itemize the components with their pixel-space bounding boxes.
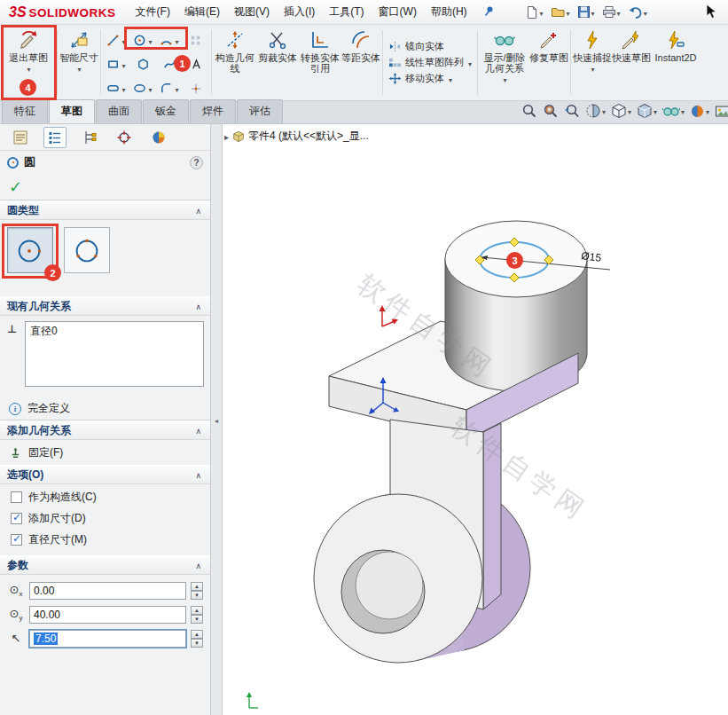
tab-surfaces[interactable]: 曲面 bbox=[96, 99, 142, 123]
y-spinner[interactable] bbox=[191, 606, 203, 624]
point-tool-button[interactable] bbox=[183, 76, 209, 100]
menu-window[interactable]: 窗口(W) bbox=[372, 0, 424, 24]
mirror-entities-button[interactable]: 镜向实体 bbox=[388, 40, 472, 53]
existing-relations-section-header[interactable]: 现有几何关系 bbox=[0, 296, 210, 316]
rapid-sketch-button[interactable]: 快速草图 bbox=[612, 26, 651, 63]
diameter-dimension-option[interactable]: 直径尺寸(M) bbox=[0, 529, 210, 550]
relations-caret[interactable] bbox=[503, 74, 507, 86]
construction-line-option[interactable]: 作为构造线(C) bbox=[0, 486, 210, 507]
menu-edit[interactable]: 编辑(E) bbox=[177, 0, 227, 24]
menu-tools[interactable]: 工具(T) bbox=[322, 0, 371, 24]
option-checkbox-2[interactable] bbox=[11, 534, 22, 546]
open-document-button[interactable] bbox=[549, 4, 572, 20]
display-style-button[interactable] bbox=[637, 103, 657, 119]
polygon-tool-button[interactable] bbox=[129, 52, 156, 76]
smart-dimension-caret[interactable] bbox=[76, 63, 81, 75]
tree-expand-icon[interactable] bbox=[224, 130, 229, 143]
help-icon[interactable] bbox=[190, 156, 203, 169]
convert-entities-button[interactable]: 转换实体引用 bbox=[299, 26, 341, 74]
edit-appearance-button[interactable] bbox=[690, 104, 709, 119]
arc-flyout-caret[interactable] bbox=[174, 35, 178, 47]
smart-dimension-button[interactable]: 智能尺寸 bbox=[59, 26, 98, 75]
tab-evaluate[interactable]: 评估 bbox=[237, 99, 283, 123]
ellipse-tool-button[interactable] bbox=[129, 76, 156, 100]
graphics-viewport[interactable]: 软件自学网 软件自学网 bbox=[223, 124, 728, 715]
section-view-button[interactable] bbox=[585, 103, 606, 119]
ellipse-flyout-caret[interactable] bbox=[147, 82, 152, 95]
y-coordinate-input[interactable] bbox=[29, 606, 186, 624]
tab-weldments[interactable]: 焊件 bbox=[190, 99, 236, 123]
exit-sketch-caret[interactable] bbox=[26, 63, 30, 75]
option-checkbox-1[interactable] bbox=[11, 513, 22, 524]
feature-tree-item[interactable]: 零件4 (默认<<默认>_显... bbox=[224, 129, 369, 144]
add-relations-section-header[interactable]: 添加几何关系 bbox=[0, 420, 210, 440]
display-manager-tab[interactable] bbox=[147, 127, 170, 148]
circle-type-perimeter-button[interactable] bbox=[64, 227, 110, 273]
new-caret[interactable] bbox=[539, 6, 544, 19]
tab-sketch[interactable]: 草图 bbox=[49, 99, 95, 123]
ok-button[interactable] bbox=[9, 177, 22, 197]
model-canvas[interactable]: 软件自学网 软件自学网 bbox=[223, 124, 728, 715]
radius-spinner[interactable] bbox=[191, 630, 203, 648]
construction-geometry-button[interactable]: 构造几何线 bbox=[214, 26, 256, 74]
quick-snaps-caret[interactable] bbox=[591, 63, 595, 75]
quick-snaps-button[interactable]: 快速捕捉 bbox=[573, 26, 612, 75]
save-caret[interactable] bbox=[591, 6, 595, 19]
instant2d-button[interactable]: Instant2D bbox=[651, 26, 701, 63]
tab-sheet-metal[interactable]: 钣金 bbox=[143, 99, 189, 123]
repair-sketch-button[interactable]: 修复草图 bbox=[529, 26, 568, 63]
hide-show-caret[interactable] bbox=[680, 105, 685, 117]
configuration-manager-tab[interactable] bbox=[78, 127, 101, 148]
section-view-caret[interactable] bbox=[601, 105, 606, 117]
linear-pattern-caret[interactable] bbox=[467, 58, 472, 68]
save-button[interactable] bbox=[575, 4, 597, 20]
pin-menu-icon[interactable] bbox=[483, 5, 495, 20]
open-caret[interactable] bbox=[566, 6, 570, 19]
view-orientation-button[interactable] bbox=[611, 103, 631, 119]
slot-tool-button[interactable] bbox=[103, 76, 129, 100]
fillet-tool-button[interactable] bbox=[156, 76, 183, 100]
x-spinner[interactable] bbox=[191, 582, 203, 600]
move-entities-caret[interactable] bbox=[448, 74, 452, 84]
undo-caret[interactable] bbox=[643, 6, 647, 19]
dimxpert-manager-tab[interactable] bbox=[113, 127, 136, 148]
exit-sketch-button[interactable]: 退出草图 bbox=[2, 26, 55, 75]
relation-list-item[interactable]: 直径0 bbox=[26, 322, 203, 341]
linear-pattern-button[interactable]: 线性草图阵列 bbox=[388, 56, 472, 69]
option-checkbox-0[interactable] bbox=[11, 491, 22, 503]
menu-file[interactable]: 文件(F) bbox=[129, 0, 177, 24]
line-tool-button[interactable] bbox=[103, 28, 129, 52]
print-caret[interactable] bbox=[616, 6, 621, 19]
view-orientation-caret[interactable] bbox=[627, 105, 631, 117]
appearance-caret[interactable] bbox=[705, 105, 709, 117]
menu-help[interactable]: 帮助(H) bbox=[424, 0, 474, 24]
fix-relation-button[interactable]: 固定(F) bbox=[0, 440, 210, 465]
view-settings-button[interactable] bbox=[715, 104, 728, 119]
offset-entities-button[interactable]: 等距实体 bbox=[341, 26, 380, 63]
rectangle-flyout-caret[interactable] bbox=[121, 59, 125, 71]
collapse-panel-icon[interactable] bbox=[214, 413, 220, 426]
feature-manager-tab[interactable] bbox=[9, 127, 32, 148]
line-flyout-caret[interactable] bbox=[121, 35, 125, 47]
parameters-section-header[interactable]: 参数 bbox=[0, 555, 210, 575]
display-style-caret[interactable] bbox=[653, 105, 657, 117]
undo-button[interactable] bbox=[626, 4, 649, 20]
sketch-pattern-button[interactable] bbox=[183, 28, 209, 52]
new-document-button[interactable] bbox=[523, 4, 545, 21]
options-section-header[interactable]: 选项(O) bbox=[0, 465, 210, 484]
property-manager-tab[interactable] bbox=[43, 127, 67, 148]
tab-features[interactable]: 特征 bbox=[2, 99, 48, 123]
zoom-to-fit-button[interactable] bbox=[521, 103, 537, 119]
display-delete-relations-button[interactable]: 显示/删除几何关系 bbox=[480, 26, 529, 86]
panel-splitter[interactable] bbox=[211, 124, 223, 715]
print-button[interactable] bbox=[600, 4, 622, 20]
menu-insert[interactable]: 插入(I) bbox=[277, 0, 322, 24]
x-coordinate-input[interactable] bbox=[29, 582, 186, 600]
circle-tool-button[interactable] bbox=[129, 28, 156, 52]
arc-tool-button[interactable] bbox=[156, 28, 183, 52]
previous-view-button[interactable] bbox=[564, 103, 580, 119]
circle-flyout-caret[interactable] bbox=[147, 35, 152, 47]
hide-show-items-button[interactable] bbox=[662, 104, 685, 118]
relations-listbox[interactable]: 直径0 bbox=[25, 321, 204, 387]
rectangle-tool-button[interactable] bbox=[103, 52, 129, 76]
